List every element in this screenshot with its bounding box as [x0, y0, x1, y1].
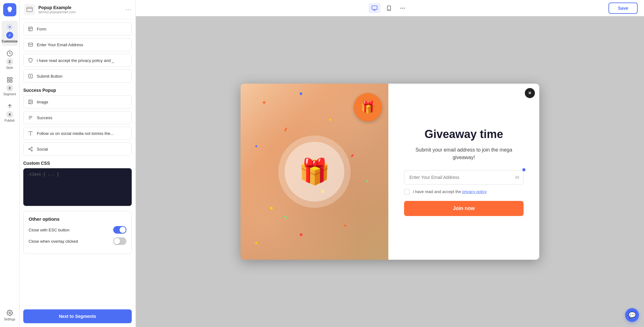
panel-item-form[interactable]: Form [23, 22, 132, 36]
privacy-text-before: i have read and accept the [413, 189, 461, 194]
privacy-policy-link[interactable]: privacy policy [462, 189, 487, 194]
svg-rect-4 [10, 80, 12, 82]
svg-rect-8 [29, 27, 32, 31]
desktop-icon [371, 5, 378, 11]
segment-badge: 3 [6, 85, 13, 91]
mobile-view-button[interactable] [383, 3, 395, 13]
desktop-view-button[interactable] [369, 3, 380, 13]
segment-label: Segment [3, 92, 16, 96]
privacy-checkbox[interactable] [404, 189, 410, 195]
close-overlay-row: Close when overlay clicked [29, 237, 126, 245]
topbar-center [369, 3, 408, 13]
panel-header: Popup Example demo2.popupsmart.com ⋯ [19, 0, 136, 19]
panel-item-social-text[interactable]: Follow us on social media not tomiss the… [23, 127, 132, 140]
panel-item-success[interactable]: Success [23, 111, 132, 124]
sidebar-item-style[interactable]: 2 Style [2, 47, 18, 72]
svg-point-20 [404, 8, 404, 8]
customize-icon [6, 23, 14, 31]
radio-indicator [522, 168, 526, 172]
style-badge: 2 [6, 58, 13, 65]
panel-item-image[interactable]: Image [23, 95, 132, 108]
sidebar-item-customize[interactable]: ✓ Customize [2, 21, 18, 46]
email-icon [27, 42, 34, 48]
join-now-button[interactable]: Join now [404, 201, 524, 216]
svg-point-0 [9, 26, 10, 28]
panel-title: Popup Example [38, 5, 122, 10]
chat-bubble-button[interactable]: 💬 [625, 308, 639, 322]
sidebar-bottom: Settings [2, 307, 18, 324]
sidebar: ✓ Customize 2 Style 3 Segment 4 Publish … [0, 0, 19, 327]
popup-container: 🎁 🎁 × Giveaway time Submit your email ad… [241, 84, 539, 260]
email-input-wrapper: ✉ [404, 170, 524, 185]
success-label: Success [37, 115, 128, 120]
share-icon [27, 146, 34, 152]
panel-footer: Next to Segments [19, 305, 136, 327]
email-label: Enter Your Email Address [37, 42, 128, 47]
success-section-title: Success Popup [23, 88, 132, 93]
gift-circle-inner: 🎁 [285, 142, 344, 202]
popup-subtitle: Submit your email address to join the me… [404, 146, 524, 161]
privacy-checkbox-row: i have read and accept the privacy polic… [404, 189, 524, 195]
social-text-label: Follow us on social media not tomiss the… [37, 131, 128, 136]
heading-icon [27, 114, 34, 121]
panel-item-email[interactable]: Enter Your Email Address [23, 38, 132, 51]
form-icon [27, 26, 34, 32]
popup-left-image: 🎁 🎁 [241, 84, 388, 260]
popup-close-button[interactable]: × [525, 88, 535, 98]
custom-css-input[interactable] [23, 168, 132, 206]
panel-item-submit[interactable]: Submit Button [23, 69, 132, 83]
panel-subtitle: demo2.popupsmart.com [38, 10, 122, 14]
settings-icon [6, 309, 14, 317]
panel-body: Form Enter Your Email Address i have rea… [19, 19, 136, 305]
close-overlay-label: Close when overlay clicked [29, 239, 78, 244]
panel-item-social[interactable]: Social [23, 142, 132, 156]
main-area: Save [136, 0, 644, 327]
save-button[interactable]: Save [608, 3, 638, 14]
svg-point-15 [31, 150, 32, 151]
customize-badge: ✓ [6, 32, 13, 39]
app-logo [3, 3, 16, 16]
submit-icon [27, 73, 34, 79]
sidebar-item-publish[interactable]: 4 Publish [2, 100, 18, 125]
svg-rect-9 [28, 43, 32, 47]
publish-label: Publish [4, 119, 15, 123]
sidebar-item-settings[interactable]: Settings [2, 307, 18, 324]
customize-label: Customize [2, 40, 18, 43]
publish-badge: 4 [6, 111, 13, 118]
svg-rect-3 [10, 78, 12, 80]
style-icon [6, 50, 14, 57]
close-icon: × [528, 90, 531, 96]
panel-more-icon[interactable]: ⋯ [125, 6, 131, 13]
popup-right-form: × Giveaway time Submit your email addres… [388, 84, 539, 260]
left-panel: Popup Example demo2.popupsmart.com ⋯ For… [19, 0, 136, 327]
gift-badge: 🎁 [354, 93, 382, 121]
settings-label: Settings [4, 318, 15, 321]
sidebar-item-segment[interactable]: 3 Segment [2, 74, 18, 99]
next-to-segments-button[interactable]: Next to Segments [23, 309, 132, 323]
custom-css-title: Custom CSS [23, 161, 132, 166]
svg-point-18 [389, 9, 389, 10]
close-esc-knob [119, 227, 126, 233]
mobile-icon [386, 5, 392, 11]
svg-point-6 [9, 312, 10, 314]
other-options-panel: Other options Close with ESC button Clos… [23, 211, 132, 254]
topbar: Save [136, 0, 644, 16]
privacy-text: i have read and accept the privacy polic… [413, 189, 487, 194]
form-label: Form [37, 27, 128, 31]
svg-rect-16 [372, 6, 377, 9]
shield-icon [27, 57, 34, 64]
svg-rect-7 [27, 7, 32, 12]
close-esc-row: Close with ESC button [29, 226, 126, 234]
more-options-button[interactable] [397, 3, 408, 13]
chat-icon: 💬 [628, 311, 636, 319]
publish-icon [6, 103, 14, 110]
email-input-field[interactable] [404, 170, 524, 185]
panel-header-info: Popup Example demo2.popupsmart.com [38, 5, 122, 14]
preview-canvas: 🎁 🎁 × Giveaway time Submit your email ad… [136, 16, 644, 327]
close-esc-toggle[interactable] [113, 226, 126, 234]
popup-title: Giveaway time [425, 127, 503, 141]
svg-point-13 [31, 147, 32, 148]
close-overlay-toggle[interactable] [113, 237, 126, 245]
svg-point-19 [402, 8, 403, 8]
panel-item-privacy[interactable]: i have read accept the privacy policy an… [23, 54, 132, 67]
